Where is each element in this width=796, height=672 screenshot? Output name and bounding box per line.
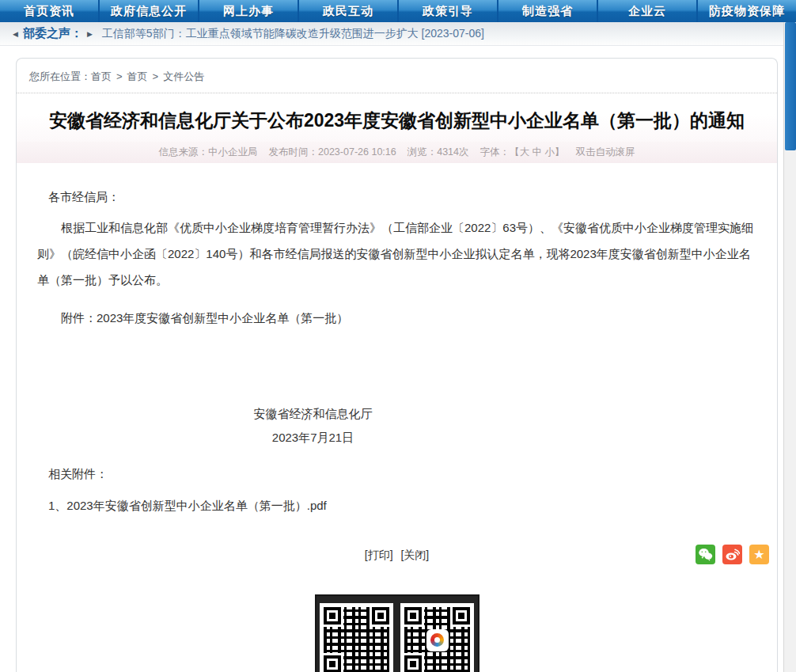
scrollbar-thumb[interactable] (785, 22, 796, 150)
article-attachment-line: 附件：2023年度安徽省创新型中小企业名单（第一批） (37, 311, 756, 326)
weibo-qr-code (320, 603, 393, 672)
print-button[interactable]: [打印] (365, 549, 393, 561)
share-icons: ★ (696, 545, 769, 564)
breadcrumb-home2-link[interactable]: 首页 (127, 70, 148, 82)
top-nav: 首页资讯 政府信息公开 网上办事 政民互动 政策引导 制造强省 企业云 防疫物资… (0, 0, 796, 22)
content-card: 您所在位置：首页>首页>文件公告 安徽省经济和信息化厅关于公布2023年度安徽省… (16, 58, 778, 672)
qr-finder (324, 655, 341, 672)
nav-tab-manufacturing-province[interactable]: 制造强省 (498, 0, 597, 22)
ticker-next-icon[interactable]: ▶ (84, 30, 96, 38)
nav-tab-enterprise-cloud[interactable]: 企业云 (598, 0, 696, 22)
breadcrumb-current: 文件公告 (163, 70, 204, 82)
nav-tab-policy-guide[interactable]: 政策引导 (399, 0, 497, 22)
article-title: 安徽省经济和信息化厅关于公布2023年度安徽省创新型中小企业名单（第一批）的通知 (17, 93, 777, 142)
meta-font-size-selector[interactable]: 字体：【大 中 小】 (480, 146, 565, 159)
qr-center-logo (428, 631, 447, 650)
star-icon: ★ (753, 547, 764, 562)
qr-panel: 微博扫描 微信平台 (315, 594, 479, 672)
breadcrumb-label: 您所在位置： (29, 70, 91, 82)
qr-finder (404, 655, 422, 672)
nav-tab-online-service[interactable]: 网上办事 (199, 0, 298, 22)
signature-block: 安徽省经济和信息化厅 2023年7月21日 (37, 402, 756, 450)
breadcrumb-separator: > (153, 70, 159, 82)
ticker-title: 部委之声： (23, 26, 82, 41)
related-attachment-pdf-link[interactable]: 1、2023年安徽省创新型中小企业名单（第一批）.pdf (48, 499, 327, 514)
qr-finder (324, 607, 341, 625)
wechat-qr-code (400, 603, 474, 672)
page: 首页资讯 政府信息公开 网上办事 政民互动 政策引导 制造强省 企业云 防疫物资… (0, 0, 796, 672)
nav-tab-epidemic-supplies[interactable]: 防疫物资保障 (698, 0, 796, 22)
related-attachments-label: 相关附件： (48, 467, 756, 482)
breadcrumb-separator: > (116, 70, 123, 82)
ticker-headline-link[interactable]: 工信部等5部门：工业重点领域节能降碳改造升级范围进一步扩大 [2023-07-0… (102, 27, 484, 41)
close-button[interactable]: [关闭] (400, 549, 429, 561)
meta-autoscroll-toggle[interactable]: 双击自动滚屏 (575, 146, 635, 159)
qr-finder (404, 607, 422, 625)
share-wechat-icon[interactable] (696, 545, 715, 564)
article-body: 各市经信局： 根据工业和信息化部《优质中小企业梯度培育管理暂行办法》（工信部企业… (17, 163, 777, 514)
share-weibo-icon[interactable] (722, 545, 742, 564)
article-salutation: 各市经信局： (48, 190, 756, 205)
breadcrumb-home-link[interactable]: 首页 (91, 70, 112, 82)
breadcrumb: 您所在位置：首页>首页>文件公告 (17, 59, 777, 93)
meta-publish-time: 发布时间：2023-07-26 10:16 (269, 146, 396, 159)
article-paragraph: 根据工业和信息化部《优质中小企业梯度培育管理暂行办法》（工信部企业〔2022〕6… (37, 215, 756, 293)
actions-row: [打印] [关闭] (17, 544, 777, 566)
meta-view-count: 浏览：4314次 (407, 146, 469, 159)
article-header: 安徽省经济和信息化厅关于公布2023年度安徽省创新型中小企业名单（第一批）的通知… (17, 93, 777, 163)
sign-date: 2023年7月21日 (37, 426, 589, 450)
meta-source: 信息来源：中小企业局 (159, 146, 258, 159)
scrollbar-track[interactable] (783, 0, 796, 672)
nav-tab-gov-info[interactable]: 政府信息公开 (100, 0, 198, 22)
ticker-prev-icon[interactable]: ◀ (9, 30, 21, 38)
article-meta-bar: 信息来源：中小企业局 发布时间：2023-07-26 10:16 浏览：4314… (17, 142, 777, 163)
action-buttons: [打印] [关闭] (17, 544, 777, 566)
wechat-qr-item: 微信平台 (400, 603, 474, 672)
qr-finder (453, 607, 470, 625)
weibo-qr-item: 微博扫描 (320, 603, 393, 672)
nav-tab-public-interaction[interactable]: 政民互动 (299, 0, 397, 22)
signer-name: 安徽省经济和信息化厅 (37, 402, 589, 426)
share-qzone-icon[interactable]: ★ (749, 545, 769, 564)
news-ticker-bar: ◀ 部委之声： ▶ 工信部等5部门：工业重点领域节能降碳改造升级范围进一步扩大 … (0, 22, 796, 46)
nav-tab-home-news[interactable]: 首页资讯 (0, 0, 98, 22)
qr-finder (372, 607, 389, 625)
